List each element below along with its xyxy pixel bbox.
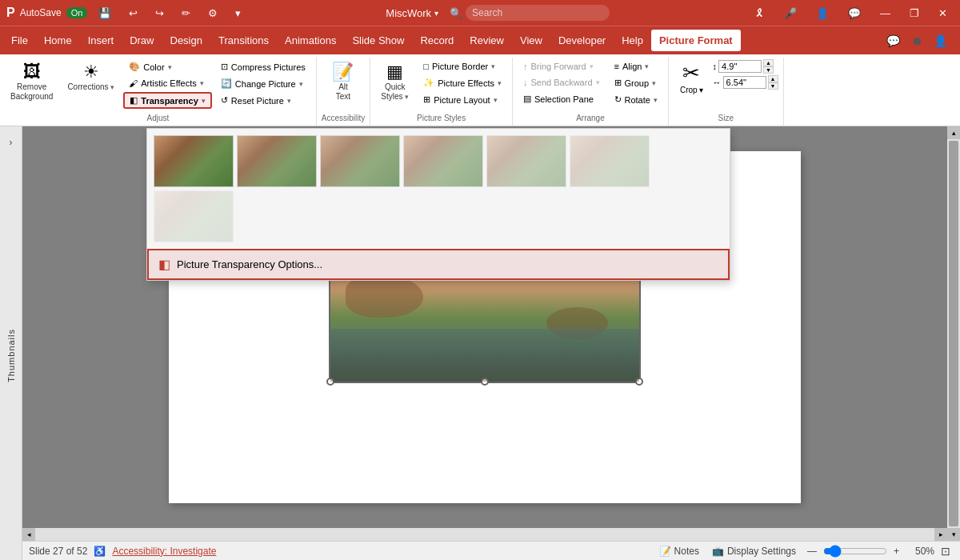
scroll-down-button[interactable]: ▾ [947,528,960,541]
save-icon[interactable]: 💾 [92,4,118,22]
horizontal-scrollbar[interactable]: ◂ ▸ [22,528,947,541]
group-button[interactable]: ⊞ Group ▾ [609,75,663,90]
vertical-scroll-thumb[interactable] [949,141,958,526]
file-name-dropdown[interactable]: ▾ [434,9,438,18]
height-up[interactable]: ▲ [763,59,774,66]
selection-handle-br[interactable] [635,378,643,386]
quick-styles-icon: ▦ [386,63,403,81]
color-button[interactable]: 🎨 Color ▾ [123,59,212,74]
search-input[interactable] [466,5,610,21]
height-input[interactable] [718,60,762,73]
transparency-thumb-75[interactable] [570,135,650,187]
share-icon[interactable]: 👤 [810,4,835,22]
notes-button[interactable]: 📝 Notes [654,544,704,558]
rotate-label: Rotate [625,95,650,105]
profile-icon[interactable]: 👤 [930,33,950,49]
menu-developer[interactable]: Developer [550,30,614,51]
picture-border-button[interactable]: □ Picture Border ▾ [418,59,507,74]
status-bar: Slide 27 of 52 ♿ Accessibility: Investig… [22,541,960,560]
comments-ribbon-icon[interactable]: 💬 [883,33,903,49]
align-button[interactable]: ≡ Align ▾ [609,59,663,74]
vertical-scrollbar[interactable]: ▴ ▾ [947,126,960,541]
remove-background-button[interactable]: 🖼 RemoveBackground [5,59,58,106]
crop-label[interactable]: Crop ▾ [680,86,703,94]
change-picture-dropdown: ▾ [299,80,303,88]
picture-transparency-options-button[interactable]: ◧ Picture Transparency Options... [147,249,730,280]
close-button[interactable]: ✕ [932,4,954,22]
menu-transitions[interactable]: Transitions [210,30,277,51]
comments-icon[interactable]: 💬 [842,4,867,22]
autosave-toggle[interactable]: On [66,7,88,18]
scroll-left-button[interactable]: ◂ [22,528,35,541]
picture-layout-button[interactable]: ⊞ Picture Layout ▾ [418,92,507,107]
selection-pane-button[interactable]: ▤ Selection Pane [518,91,606,106]
quick-styles-label: QuickStyles ▾ [381,82,409,102]
microphone-icon[interactable]: 🎤 [778,4,803,22]
selection-handle-bm[interactable] [481,378,489,386]
transparency-thumb-15[interactable] [237,135,317,187]
picture-effects-button[interactable]: ✨ Picture Effects ▾ [418,75,507,90]
alt-text-button[interactable]: 📝 AltText [326,59,361,106]
thumbnails-panel-label[interactable]: Thumbnails [6,329,16,382]
alt-text-label: AltText [336,82,350,102]
undo-icon[interactable]: ↩ [122,4,144,22]
compress-pictures-button[interactable]: ⊡ Compress Pictures [215,59,311,74]
quick-styles-button[interactable]: ▦ QuickStyles ▾ [375,59,414,106]
scroll-right-button[interactable]: ▸ [934,528,947,541]
display-settings-button[interactable]: 📺 Display Settings [707,544,801,558]
menu-picture-format[interactable]: Picture Format [651,30,741,51]
rotate-button[interactable]: ↻ Rotate ▾ [609,92,663,107]
change-picture-button[interactable]: 🔄 Change Picture ▾ [215,76,311,91]
zoom-in-button[interactable]: + [890,544,902,558]
menu-file[interactable]: File [3,30,36,51]
menu-review[interactable]: Review [462,30,512,51]
thumbnails-panel[interactable]: › Thumbnails [0,126,22,560]
menu-home[interactable]: Home [36,30,80,51]
transparency-button[interactable]: ◧ Transparency ▾ [123,92,212,109]
menu-slideshow[interactable]: Slide Show [344,30,412,51]
width-input[interactable] [723,76,766,89]
menu-animations[interactable]: Animations [277,30,344,51]
accessibility-status[interactable]: Accessibility: Investigate [112,546,216,557]
restore-button[interactable]: ❐ [903,4,926,22]
thumbnails-panel-collapse-arrow[interactable]: › [9,136,12,148]
width-up[interactable]: ▲ [768,75,778,82]
reset-picture-button[interactable]: ↺ Reset Picture ▾ [215,93,311,108]
menu-help[interactable]: Help [614,30,651,51]
transparency-thumb-30[interactable] [320,135,400,187]
fit-slide-button[interactable]: ⊡ [938,543,954,559]
transparency-thumb-0[interactable] [154,135,234,187]
corrections-button[interactable]: ☀ Corrections ▾ [62,59,120,96]
menu-view[interactable]: View [512,30,550,51]
transparency-thumb-60[interactable] [486,135,566,187]
minimize-button[interactable]: — [874,4,897,22]
zoom-slider[interactable] [823,545,887,558]
width-spinner[interactable]: ▲ ▼ [768,75,778,90]
height-row: ↕ ▲ ▼ [713,59,778,74]
height-down[interactable]: ▼ [763,66,774,74]
zoom-out-button[interactable]: — [804,544,820,558]
quick-access-dropdown[interactable]: ▾ [229,4,247,22]
artistic-effects-button[interactable]: 🖌 Artistic Effects ▾ [123,76,212,90]
alt-text-icon: 📝 [332,63,354,81]
redo-icon[interactable]: ↪ [149,4,170,22]
effects-label: Picture Effects [438,78,494,88]
title-bar-left: P AutoSave On 💾 ↩ ↪ ✏ ⚙ ▾ [6,4,247,22]
scroll-up-button[interactable]: ▴ [947,126,960,139]
ribbon-icon[interactable]: 🎗 [748,4,771,22]
pen-icon[interactable]: ✏ [175,4,197,22]
menu-design[interactable]: Design [162,30,210,51]
record-dot-icon[interactable]: ⏺ [908,33,926,49]
align-icon: ≡ [614,62,619,71]
selection-handle-bl[interactable] [326,378,334,386]
crop-section: ✂ Crop ▾ [674,59,710,96]
height-spinner[interactable]: ▲ ▼ [763,59,774,74]
menu-record[interactable]: Record [412,30,462,51]
menu-draw[interactable]: Draw [122,30,162,51]
transparency-thumb-45[interactable] [403,135,483,187]
menu-insert[interactable]: Insert [80,30,122,51]
transparency-thumb-85[interactable] [154,190,234,242]
customize-icon[interactable]: ⚙ [202,4,224,22]
crop-icon[interactable]: ✂ [682,61,700,86]
width-down[interactable]: ▼ [768,82,778,90]
